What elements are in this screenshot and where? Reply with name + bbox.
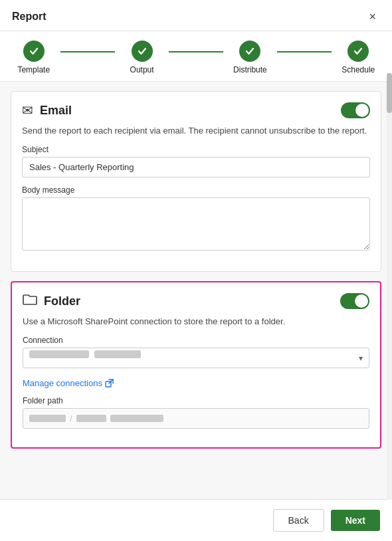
- email-card-header: ✉ Email: [22, 102, 370, 118]
- step-label-distribute: Distribute: [233, 65, 267, 74]
- folder-card-header: Folder: [23, 293, 369, 309]
- connector-3: [277, 51, 331, 53]
- step-label-template: Template: [17, 65, 50, 74]
- email-card-title: Email: [40, 104, 72, 118]
- connection-label: Connection: [23, 336, 369, 345]
- folder-toggle-knob: [355, 294, 368, 308]
- svg-point-2: [244, 45, 256, 57]
- body-textarea[interactable]: [22, 197, 370, 251]
- body-group: Body message: [22, 185, 370, 253]
- connection-group: Connection ▾: [23, 336, 369, 370]
- scrollbar-thumb[interactable]: [387, 73, 392, 113]
- email-card: ✉ Email Send the report to each recipien…: [11, 91, 381, 272]
- next-button[interactable]: Next: [331, 510, 380, 531]
- step-label-schedule: Schedule: [342, 65, 375, 74]
- dialog-title: Report: [12, 11, 47, 23]
- step-circle-distribute: [239, 41, 260, 62]
- close-button[interactable]: ×: [365, 9, 380, 24]
- external-link-icon: [105, 379, 114, 387]
- back-button[interactable]: Back: [273, 509, 324, 532]
- svg-point-3: [352, 45, 364, 57]
- folder-path-group: Folder path /: [23, 396, 369, 429]
- connection-select[interactable]: [23, 348, 369, 368]
- email-icon: ✉: [22, 102, 33, 118]
- body-label: Body message: [22, 185, 370, 195]
- subject-input[interactable]: [22, 157, 370, 177]
- folder-card-header-left: Folder: [23, 294, 80, 309]
- email-toggle[interactable]: [341, 102, 370, 118]
- content-area: ✉ Email Send the report to each recipien…: [0, 82, 392, 499]
- stepper: Template Output Distribute Schedule: [0, 31, 392, 82]
- folder-path-label: Folder path: [23, 396, 369, 405]
- folder-card: Folder Use a Microsoft SharePoint connec…: [11, 281, 381, 449]
- step-circle-output: [132, 41, 153, 62]
- connection-select-wrapper: ▾: [23, 348, 369, 368]
- step-template: Template: [7, 41, 60, 74]
- svg-point-1: [136, 45, 148, 57]
- report-dialog: Report × Template Output Distribute: [0, 0, 392, 541]
- manage-connections-link[interactable]: Manage connections: [23, 378, 114, 388]
- step-circle-template: [23, 41, 45, 62]
- folder-toggle[interactable]: [340, 293, 369, 309]
- folder-icon: [23, 294, 37, 309]
- folder-description: Use a Microsoft SharePoint connection to…: [23, 316, 369, 328]
- email-card-header-left: ✉ Email: [22, 102, 72, 118]
- subject-label: Subject: [22, 145, 370, 154]
- subject-group: Subject: [22, 145, 370, 177]
- folder-path-input[interactable]: [23, 408, 369, 429]
- step-label-output: Output: [130, 65, 154, 74]
- step-output: Output: [115, 41, 169, 74]
- scrollbar-track: [387, 73, 392, 500]
- email-description: Send the report to each recipient via em…: [22, 125, 370, 137]
- step-distribute: Distribute: [223, 41, 277, 74]
- connector-2: [169, 51, 223, 53]
- dialog-footer: Back Next: [0, 499, 392, 541]
- email-toggle-knob: [355, 104, 369, 117]
- svg-point-0: [28, 45, 40, 57]
- dialog-header: Report ×: [0, 0, 392, 31]
- step-circle-schedule: [347, 41, 369, 62]
- folder-path-input-wrapper: /: [23, 408, 369, 429]
- folder-card-title: Folder: [44, 294, 80, 308]
- step-schedule: Schedule: [332, 41, 385, 74]
- connector-1: [60, 51, 114, 53]
- manage-connections-label: Manage connections: [23, 378, 102, 388]
